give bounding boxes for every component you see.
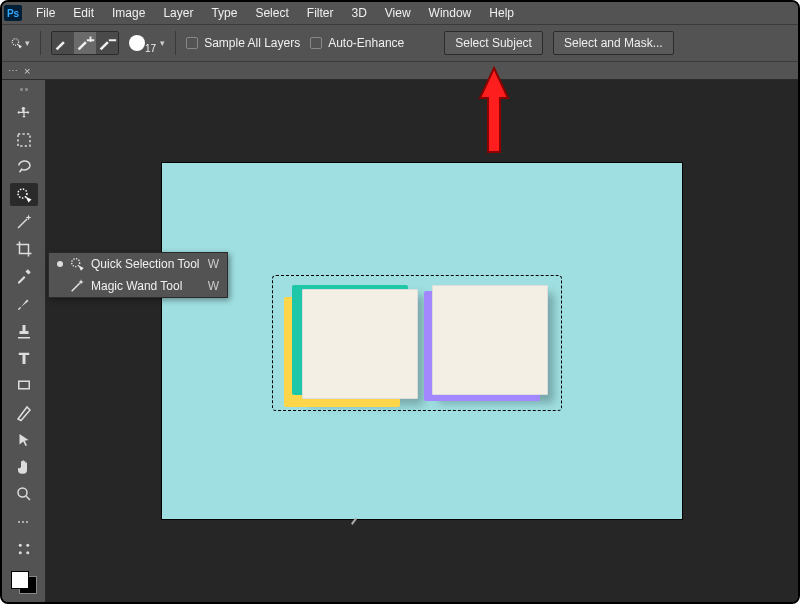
current-tool-icon[interactable]: ▾ bbox=[10, 33, 30, 53]
mode-subtract[interactable] bbox=[96, 32, 118, 54]
menu-image[interactable]: Image bbox=[104, 4, 153, 22]
selected-dot-icon bbox=[57, 261, 63, 267]
tool-path-select[interactable] bbox=[10, 428, 38, 451]
menu-layer[interactable]: Layer bbox=[155, 4, 201, 22]
note-stack-right bbox=[432, 285, 548, 395]
svg-rect-1 bbox=[18, 134, 30, 146]
flyout-magic-wand[interactable]: Magic Wand Tool W bbox=[49, 275, 227, 297]
flyout-item-shortcut: W bbox=[208, 279, 219, 293]
divider bbox=[175, 31, 176, 55]
menu-select[interactable]: Select bbox=[247, 4, 296, 22]
auto-enhance-checkbox[interactable]: Auto-Enhance bbox=[310, 36, 404, 50]
quick-select-icon bbox=[10, 34, 23, 52]
flyout-item-label: Quick Selection Tool bbox=[91, 257, 202, 271]
menu-3d[interactable]: 3D bbox=[343, 4, 374, 22]
checkbox-icon bbox=[186, 37, 198, 49]
menu-filter[interactable]: Filter bbox=[299, 4, 342, 22]
brush-icon bbox=[52, 32, 74, 54]
tool-marquee[interactable] bbox=[10, 129, 38, 152]
tab-dots: ⋯ bbox=[8, 65, 20, 76]
tool-crop[interactable] bbox=[10, 238, 38, 261]
tool-brush[interactable] bbox=[10, 292, 38, 315]
canvas-area[interactable] bbox=[46, 80, 798, 602]
auto-enhance-label: Auto-Enhance bbox=[328, 36, 404, 50]
app-window: Ps File Edit Image Layer Type Select Fil… bbox=[0, 0, 800, 604]
brush-cursor-icon bbox=[348, 513, 366, 527]
tool-quick-select[interactable] bbox=[10, 183, 38, 206]
chevron-down-icon: ▾ bbox=[25, 38, 30, 48]
stamp-icon bbox=[15, 322, 33, 340]
tool-clone[interactable] bbox=[10, 319, 38, 342]
quick-select-icon bbox=[69, 256, 85, 272]
hand-icon bbox=[15, 458, 33, 476]
brush-size-value: 17 bbox=[145, 43, 156, 54]
menu-help[interactable]: Help bbox=[481, 4, 522, 22]
move-icon bbox=[15, 104, 33, 122]
tool-edit-toolbar[interactable] bbox=[10, 537, 38, 560]
rectangle-icon bbox=[15, 376, 33, 394]
tool-hand[interactable] bbox=[10, 456, 38, 479]
menu-edit[interactable]: Edit bbox=[65, 4, 102, 22]
color-swatches[interactable] bbox=[11, 571, 37, 594]
checkbox-icon bbox=[310, 37, 322, 49]
tool-zoom[interactable] bbox=[10, 483, 38, 506]
brush-icon bbox=[15, 295, 33, 313]
svg-point-8 bbox=[26, 551, 29, 554]
tool-pen[interactable] bbox=[10, 401, 38, 424]
workspace: ⋯ Quick Selection Tool W Magic Wand Tool bbox=[2, 80, 798, 602]
tool-magic-wand[interactable] bbox=[10, 210, 38, 233]
sample-all-layers-checkbox[interactable]: Sample All Layers bbox=[186, 36, 300, 50]
document-canvas[interactable] bbox=[162, 163, 682, 519]
cursor-icon bbox=[15, 431, 33, 449]
menu-view[interactable]: View bbox=[377, 4, 419, 22]
brush-minus-icon bbox=[96, 32, 118, 54]
flyout-quick-selection[interactable]: Quick Selection Tool W bbox=[49, 253, 227, 275]
pen-icon bbox=[15, 404, 33, 422]
panel-grip[interactable] bbox=[14, 88, 34, 93]
document-tab[interactable]: ⋯ × bbox=[2, 62, 798, 80]
mode-add[interactable] bbox=[74, 32, 96, 54]
note-stack-left bbox=[302, 289, 418, 399]
menu-window[interactable]: Window bbox=[421, 4, 480, 22]
tool-eyedropper[interactable] bbox=[10, 265, 38, 288]
zoom-icon bbox=[15, 485, 33, 503]
svg-point-6 bbox=[26, 544, 29, 547]
eyedropper-icon bbox=[15, 267, 33, 285]
app-logo: Ps bbox=[4, 5, 22, 21]
menu-file[interactable]: File bbox=[28, 4, 63, 22]
lasso-icon bbox=[15, 158, 33, 176]
brush-plus-icon bbox=[74, 32, 96, 54]
menu-bar: Ps File Edit Image Layer Type Select Fil… bbox=[2, 2, 798, 24]
grid-dots-icon bbox=[15, 540, 33, 558]
dots-icon: ⋯ bbox=[17, 515, 31, 529]
tools-panel: ⋯ bbox=[2, 80, 46, 602]
tool-lasso[interactable] bbox=[10, 156, 38, 179]
sample-all-layers-label: Sample All Layers bbox=[204, 36, 300, 50]
text-icon bbox=[15, 349, 33, 367]
options-bar: ▾ 17 ▾ Sample All Layers Auto-E bbox=[2, 24, 798, 62]
brush-size-picker[interactable]: 17 ▾ bbox=[129, 33, 165, 54]
svg-point-5 bbox=[18, 544, 21, 547]
menu-type[interactable]: Type bbox=[203, 4, 245, 22]
fg-color-swatch[interactable] bbox=[11, 571, 29, 589]
marquee-icon bbox=[15, 131, 33, 149]
svg-point-7 bbox=[18, 551, 21, 554]
select-and-mask-button[interactable]: Select and Mask... bbox=[553, 31, 674, 55]
close-icon[interactable]: × bbox=[24, 65, 30, 77]
crop-icon bbox=[15, 240, 33, 258]
flyout-item-shortcut: W bbox=[208, 257, 219, 271]
tool-rectangle[interactable] bbox=[10, 374, 38, 397]
brush-preview-dot bbox=[129, 35, 145, 51]
flyout-item-label: Magic Wand Tool bbox=[91, 279, 202, 293]
tool-move[interactable] bbox=[10, 101, 38, 124]
image-content bbox=[284, 283, 556, 405]
tool-flyout: Quick Selection Tool W Magic Wand Tool W bbox=[48, 252, 228, 298]
select-subject-button[interactable]: Select Subject bbox=[444, 31, 543, 55]
mode-new[interactable] bbox=[52, 32, 74, 54]
tool-more[interactable]: ⋯ bbox=[10, 510, 38, 533]
magic-wand-icon bbox=[15, 213, 33, 231]
svg-rect-3 bbox=[18, 382, 29, 390]
tool-text[interactable] bbox=[10, 347, 38, 370]
chevron-down-icon: ▾ bbox=[160, 38, 165, 48]
selection-mode-group bbox=[51, 31, 119, 55]
